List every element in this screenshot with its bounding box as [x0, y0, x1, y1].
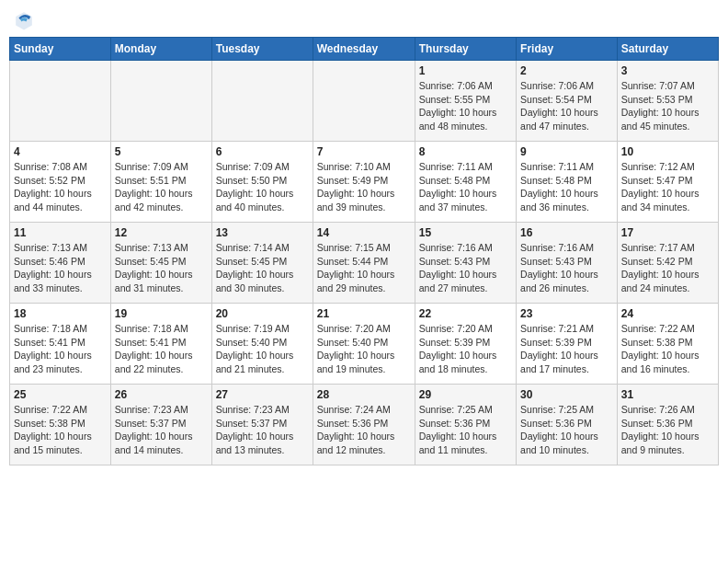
calendar-cell: 2Sunrise: 7:06 AM Sunset: 5:54 PM Daylig…	[517, 61, 618, 142]
calendar-cell: 31Sunrise: 7:26 AM Sunset: 5:36 PM Dayli…	[617, 385, 718, 465]
header-cell-wednesday: Wednesday	[313, 38, 415, 61]
calendar-cell: 12Sunrise: 7:13 AM Sunset: 5:45 PM Dayli…	[110, 223, 211, 304]
day-info: Sunrise: 7:22 AM Sunset: 5:38 PM Dayligh…	[14, 403, 107, 457]
calendar-cell	[313, 61, 415, 142]
calendar-cell: 8Sunrise: 7:11 AM Sunset: 5:48 PM Daylig…	[415, 142, 516, 223]
calendar-header: SundayMondayTuesdayWednesdayThursdayFrid…	[10, 38, 719, 61]
calendar-cell: 26Sunrise: 7:23 AM Sunset: 5:37 PM Dayli…	[110, 385, 211, 465]
calendar-cell: 27Sunrise: 7:23 AM Sunset: 5:37 PM Dayli…	[211, 385, 313, 465]
day-number: 30	[520, 388, 613, 401]
day-info: Sunrise: 7:23 AM Sunset: 5:37 PM Dayligh…	[115, 403, 208, 457]
calendar-cell: 1Sunrise: 7:06 AM Sunset: 5:55 PM Daylig…	[415, 61, 516, 142]
day-number: 8	[419, 145, 512, 158]
day-info: Sunrise: 7:16 AM Sunset: 5:43 PM Dayligh…	[419, 241, 512, 295]
day-info: Sunrise: 7:13 AM Sunset: 5:46 PM Dayligh…	[14, 241, 107, 295]
day-info: Sunrise: 7:06 AM Sunset: 5:54 PM Dayligh…	[520, 79, 613, 133]
day-info: Sunrise: 7:25 AM Sunset: 5:36 PM Dayligh…	[419, 403, 512, 457]
calendar-cell: 14Sunrise: 7:15 AM Sunset: 5:44 PM Dayli…	[313, 223, 415, 304]
day-info: Sunrise: 7:11 AM Sunset: 5:48 PM Dayligh…	[419, 160, 512, 214]
header-row: SundayMondayTuesdayWednesdayThursdayFrid…	[10, 38, 719, 61]
week-row-1: 1Sunrise: 7:06 AM Sunset: 5:55 PM Daylig…	[10, 61, 719, 142]
calendar-cell: 13Sunrise: 7:14 AM Sunset: 5:45 PM Dayli…	[211, 223, 313, 304]
header-cell-saturday: Saturday	[617, 38, 718, 61]
day-number: 17	[621, 226, 714, 239]
header-cell-friday: Friday	[517, 38, 618, 61]
week-row-2: 4Sunrise: 7:08 AM Sunset: 5:52 PM Daylig…	[10, 142, 719, 223]
day-number: 2	[520, 64, 613, 77]
calendar-cell: 22Sunrise: 7:20 AM Sunset: 5:39 PM Dayli…	[415, 304, 516, 385]
day-info: Sunrise: 7:19 AM Sunset: 5:40 PM Dayligh…	[216, 322, 309, 376]
logo-icon	[13, 9, 35, 31]
day-info: Sunrise: 7:16 AM Sunset: 5:43 PM Dayligh…	[520, 241, 613, 295]
calendar-cell: 28Sunrise: 7:24 AM Sunset: 5:36 PM Dayli…	[313, 385, 415, 465]
calendar-cell	[10, 61, 111, 142]
calendar-cell: 16Sunrise: 7:16 AM Sunset: 5:43 PM Dayli…	[517, 223, 618, 304]
day-number: 13	[216, 226, 309, 239]
day-number: 14	[317, 226, 411, 239]
day-number: 25	[14, 388, 107, 401]
calendar-cell: 20Sunrise: 7:19 AM Sunset: 5:40 PM Dayli…	[211, 304, 313, 385]
header-cell-monday: Monday	[110, 38, 211, 61]
day-info: Sunrise: 7:12 AM Sunset: 5:47 PM Dayligh…	[621, 160, 714, 214]
day-number: 15	[419, 226, 512, 239]
day-info: Sunrise: 7:15 AM Sunset: 5:44 PM Dayligh…	[317, 241, 411, 295]
day-info: Sunrise: 7:09 AM Sunset: 5:51 PM Dayligh…	[115, 160, 208, 214]
week-row-4: 18Sunrise: 7:18 AM Sunset: 5:41 PM Dayli…	[10, 304, 719, 385]
day-number: 18	[14, 307, 107, 320]
day-number: 5	[115, 145, 208, 158]
day-number: 19	[115, 307, 208, 320]
day-info: Sunrise: 7:17 AM Sunset: 5:42 PM Dayligh…	[621, 241, 714, 295]
day-info: Sunrise: 7:06 AM Sunset: 5:55 PM Dayligh…	[419, 79, 512, 133]
day-info: Sunrise: 7:08 AM Sunset: 5:52 PM Dayligh…	[14, 160, 107, 214]
day-info: Sunrise: 7:18 AM Sunset: 5:41 PM Dayligh…	[14, 322, 107, 376]
day-info: Sunrise: 7:25 AM Sunset: 5:36 PM Dayligh…	[520, 403, 613, 457]
calendar-cell: 15Sunrise: 7:16 AM Sunset: 5:43 PM Dayli…	[415, 223, 516, 304]
day-number: 16	[520, 226, 613, 239]
calendar-cell: 11Sunrise: 7:13 AM Sunset: 5:46 PM Dayli…	[10, 223, 111, 304]
calendar-cell: 23Sunrise: 7:21 AM Sunset: 5:39 PM Dayli…	[517, 304, 618, 385]
day-number: 7	[317, 145, 411, 158]
header-cell-thursday: Thursday	[415, 38, 516, 61]
day-info: Sunrise: 7:07 AM Sunset: 5:53 PM Dayligh…	[621, 79, 714, 133]
calendar-cell: 24Sunrise: 7:22 AM Sunset: 5:38 PM Dayli…	[617, 304, 718, 385]
page-header	[9, 9, 719, 31]
calendar-cell: 7Sunrise: 7:10 AM Sunset: 5:49 PM Daylig…	[313, 142, 415, 223]
calendar-cell: 17Sunrise: 7:17 AM Sunset: 5:42 PM Dayli…	[617, 223, 718, 304]
day-number: 20	[216, 307, 309, 320]
calendar-cell: 25Sunrise: 7:22 AM Sunset: 5:38 PM Dayli…	[10, 385, 111, 465]
logo	[13, 9, 39, 31]
day-info: Sunrise: 7:26 AM Sunset: 5:36 PM Dayligh…	[621, 403, 714, 457]
day-info: Sunrise: 7:24 AM Sunset: 5:36 PM Dayligh…	[317, 403, 411, 457]
day-info: Sunrise: 7:10 AM Sunset: 5:49 PM Dayligh…	[317, 160, 411, 214]
header-cell-sunday: Sunday	[10, 38, 111, 61]
calendar-body: 1Sunrise: 7:06 AM Sunset: 5:55 PM Daylig…	[10, 61, 719, 465]
calendar-cell: 19Sunrise: 7:18 AM Sunset: 5:41 PM Dayli…	[110, 304, 211, 385]
day-number: 28	[317, 388, 411, 401]
day-number: 4	[14, 145, 107, 158]
day-number: 11	[14, 226, 107, 239]
calendar-cell: 6Sunrise: 7:09 AM Sunset: 5:50 PM Daylig…	[211, 142, 313, 223]
calendar-table: SundayMondayTuesdayWednesdayThursdayFrid…	[9, 37, 719, 465]
day-info: Sunrise: 7:09 AM Sunset: 5:50 PM Dayligh…	[216, 160, 309, 214]
calendar-cell: 3Sunrise: 7:07 AM Sunset: 5:53 PM Daylig…	[617, 61, 718, 142]
day-info: Sunrise: 7:18 AM Sunset: 5:41 PM Dayligh…	[115, 322, 208, 376]
day-number: 6	[216, 145, 309, 158]
day-info: Sunrise: 7:22 AM Sunset: 5:38 PM Dayligh…	[621, 322, 714, 376]
calendar-cell: 9Sunrise: 7:11 AM Sunset: 5:48 PM Daylig…	[517, 142, 618, 223]
calendar-cell: 10Sunrise: 7:12 AM Sunset: 5:47 PM Dayli…	[617, 142, 718, 223]
day-number: 31	[621, 388, 714, 401]
day-number: 26	[115, 388, 208, 401]
day-info: Sunrise: 7:13 AM Sunset: 5:45 PM Dayligh…	[115, 241, 208, 295]
day-info: Sunrise: 7:20 AM Sunset: 5:39 PM Dayligh…	[419, 322, 512, 376]
day-number: 9	[520, 145, 613, 158]
day-number: 10	[621, 145, 714, 158]
day-info: Sunrise: 7:23 AM Sunset: 5:37 PM Dayligh…	[216, 403, 309, 457]
day-number: 12	[115, 226, 208, 239]
day-info: Sunrise: 7:14 AM Sunset: 5:45 PM Dayligh…	[216, 241, 309, 295]
calendar-cell	[110, 61, 211, 142]
calendar-cell: 29Sunrise: 7:25 AM Sunset: 5:36 PM Dayli…	[415, 385, 516, 465]
day-number: 27	[216, 388, 309, 401]
calendar-cell: 5Sunrise: 7:09 AM Sunset: 5:51 PM Daylig…	[110, 142, 211, 223]
day-number: 1	[419, 64, 512, 77]
calendar-cell: 18Sunrise: 7:18 AM Sunset: 5:41 PM Dayli…	[10, 304, 111, 385]
